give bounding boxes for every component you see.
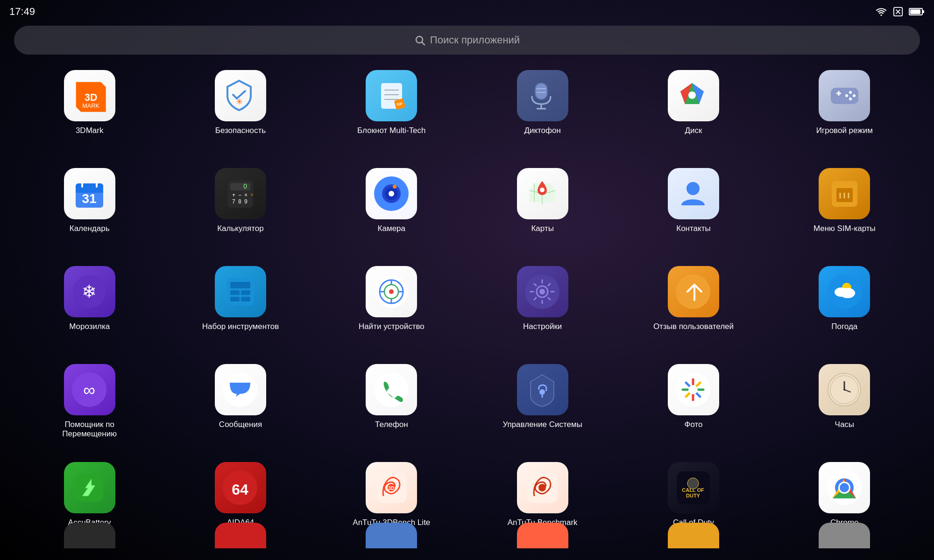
app-icon-soobshenia [215, 364, 266, 415]
app-icon-disk [668, 70, 719, 121]
svg-text:+: + [232, 192, 235, 198]
svg-rect-67 [241, 297, 250, 301]
svg-rect-39 [230, 183, 250, 190]
app-item-foto[interactable]: Фото [618, 359, 769, 453]
app-item-kamera[interactable]: Камера [316, 163, 467, 257]
app-label-bezopasnost: Безопасность [215, 126, 266, 135]
app-item-soobshenia[interactable]: Сообщения [165, 359, 316, 453]
app-icon-antutu3d: 3D [366, 462, 417, 513]
svg-point-122 [840, 483, 849, 492]
app-icon-bloknot: ✏ [366, 70, 417, 121]
svg-point-100 [688, 385, 698, 394]
app-icon-karty [517, 168, 568, 219]
app-item-nabor[interactable]: Набор инструментов [165, 261, 316, 355]
app-item-pomoshnik[interactable]: ∞Помощник по Перемещению [14, 359, 165, 453]
app-item-igrovoy[interactable]: Игровой режим [769, 65, 920, 159]
battery-icon [909, 7, 925, 16]
svg-point-29 [853, 94, 856, 97]
app-grid: 3DMARK3DMark✳Безопасность✏Блокнот Multi-… [14, 65, 920, 560]
svg-point-96 [374, 372, 409, 407]
svg-text:−: − [238, 192, 241, 198]
app-icon-3dmark: 3DMARK [64, 70, 115, 121]
status-icons [875, 7, 925, 17]
app-label-kontakty: Контакты [676, 224, 710, 233]
svg-point-106 [843, 389, 845, 391]
app-item-karty[interactable]: Карты [467, 163, 618, 257]
app-item-morozilka[interactable]: ❄Морозилка [14, 261, 165, 355]
svg-point-52 [393, 185, 396, 189]
svg-point-92 [840, 288, 855, 298]
app-icon-upravlenie [517, 364, 568, 415]
app-icon-kontakty [668, 168, 719, 219]
app-item-3dmark[interactable]: 3DMARK3DMark [14, 65, 165, 159]
app-icon-pogoda [819, 266, 870, 317]
app-label-nabor: Набор инструментов [202, 322, 279, 331]
app-label-telefon: Телефон [375, 420, 408, 429]
app-label-pogoda: Погода [831, 322, 857, 331]
svg-point-97 [539, 389, 545, 395]
app-icon-foto [668, 364, 719, 415]
status-bar: 17:49 [0, 0, 934, 23]
svg-text:❄: ❄ [82, 282, 97, 301]
svg-point-54 [686, 182, 700, 195]
app-item-chasy[interactable]: Часы [769, 359, 920, 453]
app-label-foto: Фото [684, 420, 702, 429]
app-label-soobshenia: Сообщения [219, 420, 262, 429]
app-item-kalkulator[interactable]: 0+−×÷789Калькулятор [165, 163, 316, 257]
app-label-karty: Карты [531, 224, 553, 233]
svg-rect-64 [230, 290, 240, 295]
app-item-otziv[interactable]: Отзыв пользователей [618, 261, 769, 355]
svg-point-30 [849, 98, 852, 100]
svg-rect-5 [910, 9, 920, 14]
app-label-otziv: Отзыв пользователей [653, 322, 734, 331]
partial-app-3[interactable] [467, 523, 618, 548]
search-bar[interactable]: Поиск приложений [14, 26, 920, 55]
app-label-nastroyki: Настройки [523, 322, 562, 331]
svg-text:÷: ÷ [250, 192, 254, 198]
partial-app-1[interactable] [165, 523, 316, 548]
app-icon-calendar: 31 [64, 168, 115, 219]
app-icon-nabor [215, 266, 266, 317]
search-placeholder: Поиск приложений [430, 34, 520, 46]
app-item-nastroyki[interactable]: Настройки [467, 261, 618, 355]
wifi-icon [875, 7, 887, 16]
app-item-calendar[interactable]: 31Календарь [14, 163, 165, 257]
search-container: Поиск приложений [14, 26, 920, 55]
app-icon-antutu [517, 462, 568, 513]
app-item-bezopasnost[interactable]: ✳Безопасность [165, 65, 316, 159]
partial-icon-3 [517, 523, 568, 548]
svg-point-31 [845, 94, 848, 97]
app-label-igrovoy: Игровой режим [816, 126, 873, 135]
svg-rect-4 [922, 10, 924, 13]
app-icon-sim [819, 168, 870, 219]
svg-point-114 [538, 484, 546, 491]
app-item-nayti[interactable]: Найти устройство [316, 261, 467, 355]
partial-app-5[interactable] [769, 523, 920, 548]
svg-rect-17 [535, 83, 547, 99]
app-icon-aida64: 64 [215, 462, 266, 513]
app-icon-nastroyki [517, 266, 568, 317]
app-icon-chrome [819, 462, 870, 513]
svg-point-53 [540, 188, 545, 192]
app-item-diktofon[interactable]: Диктофон [467, 65, 618, 159]
app-icon-nayti [366, 266, 417, 317]
svg-text:✳: ✳ [236, 97, 243, 106]
app-item-bloknot[interactable]: ✏Блокнот Multi-Tech [316, 65, 467, 159]
partial-icon-4 [668, 523, 719, 548]
app-icon-igrovoy [819, 70, 870, 121]
partial-app-2[interactable] [316, 523, 467, 548]
time-display: 17:49 [9, 6, 35, 18]
app-item-kontakty[interactable]: Контакты [618, 163, 769, 257]
app-item-telefon[interactable]: Телефон [316, 359, 467, 453]
svg-text:9: 9 [244, 198, 248, 205]
app-item-sim[interactable]: Меню SIM-карты [769, 163, 920, 257]
svg-text:3D: 3D [85, 92, 97, 103]
app-item-upravlenie[interactable]: Управление Системы [467, 359, 618, 453]
app-icon-pomoshnik: ∞ [64, 364, 115, 415]
partial-icon-2 [366, 523, 417, 548]
partial-app-0[interactable] [14, 523, 165, 548]
partial-icon-5 [819, 523, 870, 548]
partial-app-4[interactable] [618, 523, 769, 548]
app-item-disk[interactable]: Диск [618, 65, 769, 159]
app-item-pogoda[interactable]: Погода [769, 261, 920, 355]
